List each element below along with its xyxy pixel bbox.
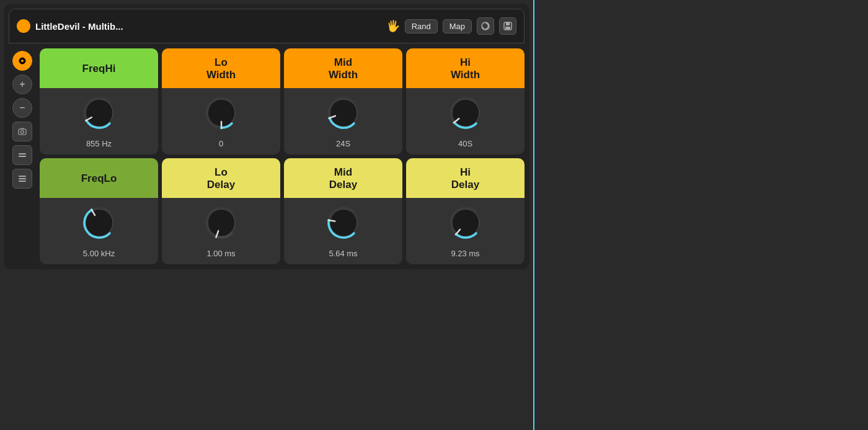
knob-hi-delay[interactable] [446,203,485,245]
cell-lo-delay[interactable]: Lo Delay 1.00 ms [162,158,280,264]
knob-mid-delay[interactable] [324,203,363,245]
minus-icon: − [19,102,25,114]
cell-body-lo-width: 0 [199,88,244,155]
knob-value-lo-width: 0 [219,139,223,148]
knob-value-hi-width: 40S [458,139,472,148]
sidebar: + − [9,48,36,264]
knob-value-lo-delay: 1.00 ms [206,249,235,258]
svg-point-6 [21,60,24,62]
cell-label-lo-width: Lo Width [206,56,236,82]
svg-point-24 [208,209,235,236]
cell-body-mid-width: 24S [321,88,366,155]
sidebar-collapse-btn[interactable] [12,145,32,165]
cell-body-hi-delay: 9.23 ms [443,198,488,264]
cell-body-freq-lo: 5.00 kHz [77,198,122,264]
sidebar-minus-btn[interactable]: − [12,98,32,118]
cell-label-hi-delay: Hi Delay [451,166,479,192]
svg-rect-10 [19,156,26,157]
cell-freq-lo[interactable]: FreqLo 5.00 kHz [40,158,158,264]
cell-mid-delay[interactable]: Mid Delay 5.64 ms [284,158,402,264]
plugin-wrapper: LittleDevil - Multib... 🖐️ Rand Map [4,4,529,269]
svg-point-18 [330,99,357,127]
cell-label-freq-lo: FreqLo [81,172,117,185]
refresh-icon-btn[interactable] [477,17,494,35]
cell-body-lo-delay: 1.00 ms [199,198,244,264]
cell-freq-hi[interactable]: FreqHi 855 Hz [40,48,158,155]
cell-lo-width[interactable]: Lo Width 0 [162,48,280,155]
knob-value-freq-lo: 5.00 kHz [83,249,115,258]
rand-button[interactable]: Rand [405,19,438,34]
svg-point-20 [452,99,479,127]
cell-label-hi-width: Hi Width [451,56,480,82]
knob-hi-width[interactable] [446,93,485,135]
knob-freq-hi[interactable] [79,93,119,135]
cell-hi-delay[interactable]: Hi Delay 9.23 ms [406,158,525,264]
plus-icon: + [19,79,25,90]
knob-mid-width[interactable] [324,93,363,135]
svg-point-28 [452,209,479,236]
cell-hi-width[interactable]: Hi Width 40S [406,48,525,155]
svg-rect-12 [19,178,26,179]
svg-rect-11 [19,176,26,177]
save-icon-btn[interactable] [499,17,516,35]
sidebar-record-btn[interactable] [12,51,32,71]
cell-header-lo-delay: Lo Delay [162,158,280,198]
svg-point-8 [21,130,24,133]
cell-body-mid-delay: 5.64 ms [321,198,366,264]
knob-lo-delay[interactable] [202,203,241,245]
svg-rect-9 [19,153,26,155]
knob-value-mid-width: 24S [336,139,350,148]
cell-label-lo-delay: Lo Delay [207,166,235,192]
cell-header-mid-width: Mid Width [284,48,402,88]
svg-point-14 [86,99,113,127]
cell-label-freq-hi: FreqHi [82,63,116,75]
title-circle [17,19,30,33]
cell-label-mid-width: Mid Width [329,56,358,82]
plugin-title: LittleDevil - Multib... [35,21,381,32]
cell-header-freq-hi: FreqHi [40,48,158,88]
knob-lo-width[interactable] [202,93,241,135]
map-button[interactable]: Map [443,19,472,34]
svg-rect-4 [505,27,510,29]
svg-rect-13 [19,181,26,182]
knob-value-mid-delay: 5.64 ms [329,249,357,258]
knob-value-freq-hi: 855 Hz [86,139,112,148]
svg-point-26 [330,209,357,236]
cell-mid-width[interactable]: Mid Width 24S [284,48,402,155]
cell-header-hi-delay: Hi Delay [406,158,525,198]
parameter-grid: FreqHi 855 HzLo Width 0Mid Width 24SHi W… [40,48,525,264]
cell-body-freq-hi: 855 Hz [77,88,122,155]
cell-label-mid-delay: Mid Delay [329,166,357,192]
right-panel [533,0,868,430]
cell-body-hi-width: 40S [443,88,488,155]
svg-rect-7 [19,129,26,135]
cell-header-lo-width: Lo Width [162,48,280,88]
main-content: + − [4,43,529,269]
cell-header-freq-lo: FreqLo [40,158,158,198]
vertical-line [533,0,534,430]
sidebar-list-btn[interactable] [12,169,32,189]
hand-icon[interactable]: 🖐️ [386,19,400,33]
plugin-panel: LittleDevil - Multib... 🖐️ Rand Map [0,0,533,430]
knob-value-hi-delay: 9.23 ms [451,249,479,258]
cell-header-mid-delay: Mid Delay [284,158,402,198]
svg-rect-3 [506,22,510,25]
cell-header-hi-width: Hi Width [406,48,525,88]
sidebar-snapshot-btn[interactable] [12,122,32,141]
sidebar-add-btn[interactable]: + [12,74,32,94]
svg-point-22 [86,209,113,236]
title-bar: LittleDevil - Multib... 🖐️ Rand Map [9,9,525,43]
knob-freq-lo[interactable] [79,203,119,245]
